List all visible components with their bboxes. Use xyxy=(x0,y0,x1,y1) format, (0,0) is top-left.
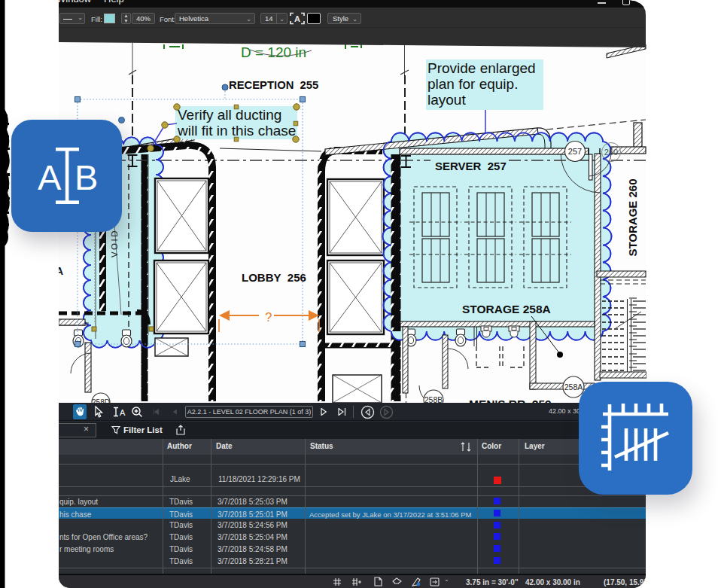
svg-text:VOID: VOID xyxy=(110,229,119,257)
svg-text:LOBBY 256: LOBBY 256 xyxy=(242,271,306,284)
svg-text:Provide enlarged: Provide enlarged xyxy=(427,60,536,76)
svg-text:STORAGE 258A: STORAGE 258A xyxy=(462,303,551,315)
svg-text:260: 260 xyxy=(604,148,618,157)
svg-text:A: A xyxy=(120,408,126,417)
svg-text:257: 257 xyxy=(568,147,582,156)
svg-text:B: B xyxy=(75,157,98,197)
svg-text:layout: layout xyxy=(427,92,466,108)
svg-text:will fit in this chase: will fit in this chase xyxy=(177,123,296,139)
svg-text:RECEPTION 255: RECEPTION 255 xyxy=(229,79,318,91)
svg-text:A: A xyxy=(294,14,300,23)
svg-text:STORAGE 260: STORAGE 260 xyxy=(626,178,639,256)
svg-text:MEN'S RR 259: MEN'S RR 259 xyxy=(469,398,552,403)
svg-text:D = 120 in: D = 120 in xyxy=(241,44,306,60)
svg-text:SERVER 257: SERVER 257 xyxy=(435,160,507,172)
svg-text:A: A xyxy=(59,265,63,277)
svg-text:plan for equip.: plan for equip. xyxy=(427,76,518,92)
svg-text:?: ? xyxy=(265,310,272,324)
svg-text:A: A xyxy=(38,157,62,197)
svg-text:258B: 258B xyxy=(424,395,443,403)
svg-text:Verify all ducting: Verify all ducting xyxy=(178,107,281,123)
